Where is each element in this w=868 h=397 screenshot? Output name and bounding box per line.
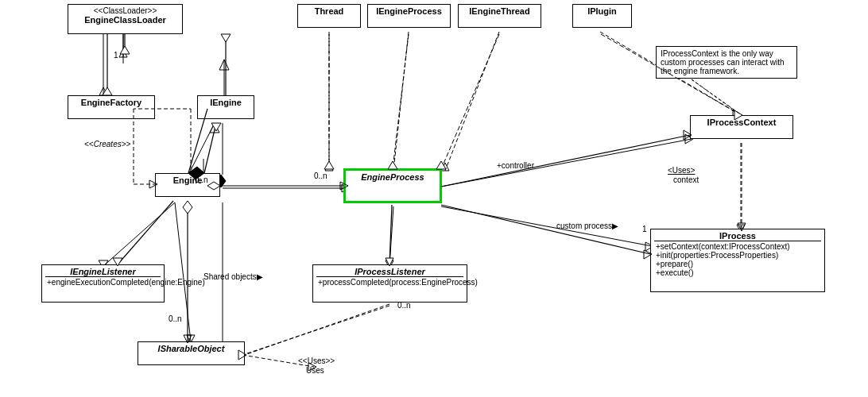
svg-marker-40 [308, 363, 316, 371]
title-IEngineProcess: IEngineProcess [371, 6, 447, 16]
svg-marker-3 [325, 163, 333, 171]
svg-line-84 [692, 79, 742, 115]
svg-line-75 [118, 201, 173, 264]
title-EngineClassLoader: EngineClassLoader [72, 15, 179, 25]
class-IProcess: IProcess +setContext(context:IProcessCon… [650, 229, 825, 292]
svg-marker-19 [210, 123, 219, 133]
method-init: +init(properties:ProcessProperties) [656, 251, 820, 260]
method-setContext: +setContext(context:IProcessContext) [656, 242, 820, 251]
title-IProcessListener: IProcessListener [316, 267, 463, 276]
note-IProcessContext: IProcessContext is the only way custom p… [656, 46, 797, 79]
method-prepare: +prepare() [656, 260, 820, 268]
svg-marker-12 [99, 87, 107, 95]
methods-IProcessListener: +processCompleted(process:EngineProcess) [316, 276, 463, 287]
title-EngineProcess: EngineProcess [349, 172, 436, 182]
svg-line-77 [389, 205, 392, 264]
class-IEngine: IEngine [197, 95, 254, 119]
class-IEngineListener: IEngineListener +engineExecutionComplete… [41, 264, 165, 303]
svg-line-82 [245, 304, 389, 355]
svg-marker-47 [324, 161, 334, 169]
svg-marker-51 [436, 161, 446, 169]
svg-marker-55 [103, 87, 112, 95]
svg-line-33 [389, 206, 393, 266]
svg-text:0..n: 0..n [314, 172, 327, 180]
svg-line-6 [445, 32, 499, 171]
svg-text:Shared objects▶: Shared objects▶ [203, 272, 263, 281]
class-IProcessListener: IProcessListener +processCompleted(proce… [312, 264, 467, 303]
svg-marker-17 [219, 60, 229, 70]
svg-marker-7 [441, 163, 449, 171]
svg-marker-81 [183, 201, 192, 214]
svg-line-31 [175, 202, 191, 341]
class-EngineProcess: EngineProcess [344, 169, 441, 202]
svg-line-39 [242, 355, 314, 367]
title-IProcessContext: IProcessContext [694, 118, 789, 127]
title-IPlugin: IPlugin [576, 6, 628, 16]
uml-diagram: <<ClassLoader>> EngineClassLoader Thread… [0, 0, 868, 397]
svg-line-58 [204, 123, 216, 173]
svg-text:context: context [673, 175, 699, 184]
svg-line-50 [441, 34, 499, 169]
svg-text:<<Uses>>: <<Uses>> [298, 357, 335, 365]
svg-marker-59 [211, 123, 221, 131]
method-engineExecution: +engineExecutionCompleted(engine:Engine) [47, 278, 159, 287]
class-IProcessContext: IProcessContext [690, 115, 793, 139]
svg-marker-1 [119, 49, 127, 57]
method-execute: +execute() [656, 268, 820, 277]
svg-line-73 [441, 205, 650, 254]
svg-line-4 [393, 32, 409, 171]
svg-line-48 [393, 34, 409, 169]
title-IEngineListener: IEngineListener [45, 267, 161, 276]
class-ISharableObject: ISharableObject [138, 341, 245, 365]
method-processCompleted: +processCompleted(process:EngineProcess) [318, 278, 462, 287]
svg-marker-49 [388, 161, 397, 169]
class-EngineClassLoader: <<ClassLoader>> EngineClassLoader [68, 4, 183, 34]
svg-marker-57 [221, 34, 231, 42]
svg-line-27 [441, 206, 652, 246]
title-IProcess: IProcess [654, 231, 821, 241]
note-text: IProcessContext is the only way custom p… [661, 49, 785, 75]
svg-text:+controller: +controller [497, 161, 535, 170]
svg-text:1: 1 [642, 225, 647, 233]
svg-line-29 [103, 202, 175, 266]
svg-line-41 [692, 79, 741, 115]
title-Engine: Engine [159, 175, 216, 185]
svg-line-18 [188, 123, 215, 175]
title-EngineFactory: EngineFactory [72, 98, 151, 107]
svg-text:1: 1 [114, 51, 118, 60]
svg-line-23 [441, 139, 692, 187]
class-IEngineThread: IEngineThread [458, 4, 541, 28]
title-Thread: Thread [301, 6, 357, 16]
class-IEngineProcess: IEngineProcess [367, 4, 451, 28]
stereotype-classloader: <<ClassLoader>> [72, 6, 179, 15]
class-Engine: Engine [155, 173, 220, 197]
title-ISharableObject: ISharableObject [141, 344, 241, 353]
methods-IProcess: +setContext(context:IProcessContext) +in… [654, 241, 821, 278]
class-IPlugin: IPlugin [572, 4, 632, 28]
title-IEngine: IEngine [201, 98, 250, 107]
svg-text:custom process▶: custom process▶ [556, 222, 618, 230]
svg-marker-45 [120, 46, 130, 54]
svg-text:<<Creates>>: <<Creates>> [84, 140, 131, 148]
title-IEngineThread: IEngineThread [462, 6, 537, 16]
methods-IEngineListener: +engineExecutionCompleted(engine:Engine) [45, 276, 161, 287]
svg-line-37 [242, 306, 389, 355]
class-EngineFactory: EngineFactory [68, 95, 155, 119]
svg-text:<Uses>: <Uses> [668, 166, 696, 175]
svg-text:0..n: 0..n [169, 314, 182, 323]
svg-line-69 [441, 135, 690, 187]
class-Thread: Thread [297, 4, 361, 28]
svg-text:Uses: Uses [306, 366, 324, 375]
